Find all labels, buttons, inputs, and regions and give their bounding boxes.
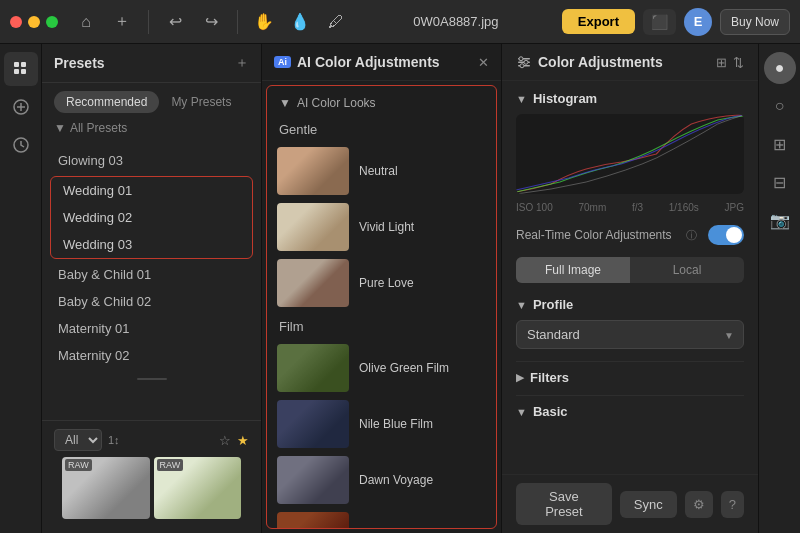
avatar[interactable]: E bbox=[684, 8, 712, 36]
maximize-button[interactable] bbox=[46, 16, 58, 28]
ai-preset-purelove[interactable]: Pure Love bbox=[267, 255, 496, 311]
list-item[interactable]: Wedding 01 bbox=[51, 177, 252, 204]
realtime-row: Real-Time Color Adjustments ⓘ bbox=[516, 225, 744, 245]
profile-select[interactable]: Standard bbox=[516, 320, 744, 349]
window-controls bbox=[10, 16, 58, 28]
export-button[interactable]: Export bbox=[562, 9, 635, 34]
list-item[interactable]: Wedding 03 bbox=[51, 231, 252, 258]
drop-tool-icon[interactable]: 💧 bbox=[286, 8, 314, 36]
ai-preset-label-purelove: Pure Love bbox=[359, 276, 414, 290]
star-filled-icon[interactable]: ★ bbox=[237, 433, 249, 448]
ai-preset-dawn[interactable]: Dawn Voyage bbox=[267, 452, 496, 508]
histogram-label: Histogram bbox=[533, 91, 597, 106]
presets-add-icon[interactable]: ＋ bbox=[235, 54, 249, 72]
color-panel-content: ▼ Histogram ISO 100 70mm f/3 1/160s JP bbox=[502, 81, 758, 474]
basic-section-toggle[interactable]: ▼ Basic bbox=[516, 404, 744, 419]
ai-preset-vivid[interactable]: Vivid Light bbox=[267, 199, 496, 255]
preset-list: Glowing 03 Wedding 01 Wedding 02 Wedding… bbox=[42, 143, 261, 420]
ai-preset-nile[interactable]: Nile Blue Film bbox=[267, 396, 496, 452]
preset-filter-select[interactable]: All bbox=[54, 429, 102, 451]
main-layout: Presets ＋ Recommended My Presets ▼ All P… bbox=[0, 44, 800, 533]
local-btn[interactable]: Local bbox=[630, 257, 744, 283]
undo-icon[interactable]: ↩ bbox=[161, 8, 189, 36]
basic-arrow: ▼ bbox=[516, 406, 527, 418]
add-icon[interactable]: ＋ bbox=[108, 8, 136, 36]
sync-button[interactable]: Sync bbox=[620, 491, 677, 518]
svg-point-10 bbox=[524, 60, 528, 64]
profile-section-toggle[interactable]: ▼ Profile bbox=[516, 297, 744, 312]
color-panel-header-icons: ⊞ ⇅ bbox=[716, 55, 744, 70]
ai-preset-thumb-dawn bbox=[277, 456, 349, 504]
close-button[interactable] bbox=[10, 16, 22, 28]
tab-recommended[interactable]: Recommended bbox=[54, 91, 159, 113]
realtime-toggle[interactable] bbox=[708, 225, 744, 245]
right-icon-strip: ● ○ ⊞ ⊟ 📷 bbox=[758, 44, 800, 533]
thumb-label-2: RAW bbox=[157, 459, 184, 471]
toggle-knob bbox=[726, 227, 742, 243]
full-image-btn[interactable]: Full Image bbox=[516, 257, 630, 283]
settings-small-button[interactable]: ⚙ bbox=[685, 491, 713, 518]
hand-tool-icon[interactable]: ✋ bbox=[250, 8, 278, 36]
histogram-section-toggle[interactable]: ▼ Histogram bbox=[516, 91, 744, 106]
star-icon[interactable]: ☆ bbox=[219, 433, 231, 448]
preset-bottom: All 1↕ ☆ ★ RAW RAW bbox=[42, 420, 261, 533]
sidebar-mask-icon[interactable] bbox=[4, 90, 38, 124]
tab-mypresets[interactable]: My Presets bbox=[159, 91, 243, 113]
list-item[interactable]: Baby & Child 01 bbox=[42, 261, 261, 288]
presets-tabs: Recommended My Presets bbox=[42, 83, 261, 117]
ai-color-panel: Ai AI Color Adjustments ✕ ▼ AI Color Loo… bbox=[262, 44, 502, 533]
presets-title: Presets bbox=[54, 55, 105, 71]
filters-section-toggle[interactable]: ▶ Filters bbox=[516, 370, 744, 385]
layout-icon[interactable]: ⊞ bbox=[716, 55, 727, 70]
preset-thumb-1[interactable]: RAW bbox=[62, 457, 150, 519]
chevron-up-down-icon[interactable]: ⇅ bbox=[733, 55, 744, 70]
ai-panel-close-icon[interactable]: ✕ bbox=[478, 55, 489, 70]
left-icon-sidebar bbox=[0, 44, 42, 533]
sidebar-history-icon[interactable] bbox=[4, 128, 38, 162]
redo-icon[interactable]: ↪ bbox=[197, 8, 225, 36]
camera-icon[interactable]: 📷 bbox=[764, 204, 796, 236]
ai-film-label: Film bbox=[267, 315, 496, 340]
preset-thumbnails: RAW RAW bbox=[54, 451, 249, 525]
adjust-icon[interactable]: ⊟ bbox=[764, 166, 796, 198]
filters-arrow: ▶ bbox=[516, 371, 524, 384]
share-button[interactable]: ⬛ bbox=[643, 9, 676, 35]
save-preset-button[interactable]: Save Preset bbox=[516, 483, 612, 525]
ai-preset-neutral[interactable]: Neutral bbox=[267, 143, 496, 199]
ai-preset-label-vivid: Vivid Light bbox=[359, 220, 414, 234]
brush-tool-icon[interactable]: 🖊 bbox=[322, 8, 350, 36]
ai-section-collapse-arrow[interactable]: ▼ bbox=[279, 96, 291, 110]
preset-sort-icons: ☆ ★ bbox=[219, 433, 249, 448]
list-item[interactable]: Maternity 01 bbox=[42, 315, 261, 342]
realtime-label: Real-Time Color Adjustments bbox=[516, 228, 672, 242]
ai-preset-label-dawn: Dawn Voyage bbox=[359, 473, 433, 487]
svg-point-9 bbox=[519, 57, 523, 61]
list-item[interactable]: Glowing 03 bbox=[42, 147, 261, 174]
ai-section: ▼ AI Color Looks Gentle Neutral Vivid Li… bbox=[266, 85, 497, 529]
help-button[interactable]: ? bbox=[721, 491, 744, 518]
info-icon[interactable]: ⓘ bbox=[686, 228, 697, 243]
ai-badge: Ai bbox=[274, 56, 291, 68]
preset-filter-label[interactable]: All Presets bbox=[70, 121, 127, 135]
histogram-chart bbox=[516, 114, 744, 194]
histogram-box bbox=[516, 114, 744, 194]
ai-preset-olive[interactable]: Olive Green Film bbox=[267, 340, 496, 396]
circle-outline-icon[interactable]: ○ bbox=[764, 90, 796, 122]
sidebar-presets-icon[interactable] bbox=[4, 52, 38, 86]
divider2 bbox=[516, 395, 744, 396]
ai-preset-ember[interactable]: Ember Glow bbox=[267, 508, 496, 529]
ai-panel-title: AI Color Adjustments bbox=[297, 54, 440, 70]
home-icon[interactable]: ⌂ bbox=[72, 8, 100, 36]
palette-icon[interactable]: ● bbox=[764, 52, 796, 84]
separator bbox=[148, 10, 149, 34]
preset-thumb-2[interactable]: RAW bbox=[154, 457, 242, 519]
list-item[interactable]: Baby & Child 02 bbox=[42, 288, 261, 315]
list-item[interactable]: Maternity 02 bbox=[42, 342, 261, 369]
minimize-button[interactable] bbox=[28, 16, 40, 28]
buynow-button[interactable]: Buy Now bbox=[720, 9, 790, 35]
filename: 0W0A8887.jpg bbox=[358, 14, 554, 29]
grid-icon[interactable]: ⊞ bbox=[764, 128, 796, 160]
preset-count-icon: 1↕ bbox=[108, 434, 120, 446]
svg-point-11 bbox=[520, 64, 524, 68]
list-item[interactable]: Wedding 02 bbox=[51, 204, 252, 231]
